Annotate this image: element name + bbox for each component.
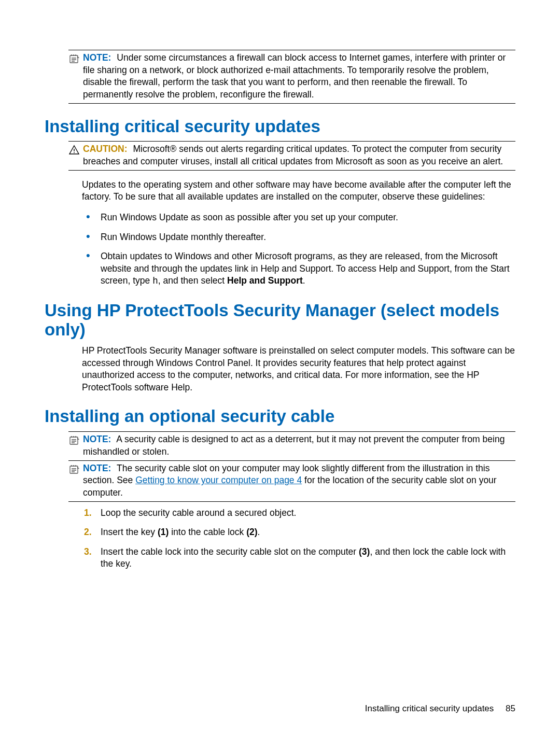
note-callout-firewall: NOTE: Under some circumstances a firewal…	[68, 50, 515, 104]
callout-number: (1)	[158, 527, 169, 537]
note-icon	[68, 433, 83, 458]
list-item: Obtain updates to Windows and other Micr…	[82, 250, 515, 288]
note-text: A security cable is designed to act as a…	[83, 434, 505, 457]
updates-content: Updates to the operating system and othe…	[82, 179, 515, 288]
footer-title: Installing critical security updates	[365, 704, 494, 713]
bold-text: Help and Support	[227, 275, 303, 286]
note-label: NOTE:	[83, 463, 111, 473]
caution-label: CAUTION:	[83, 144, 128, 154]
note-body: NOTE: A security cable is designed to ac…	[83, 433, 515, 458]
step-text: .	[258, 527, 260, 537]
bullet-text: Run Windows Update as soon as possible a…	[101, 212, 398, 222]
step-text: into the cable lock	[169, 527, 246, 537]
page-footer: Installing critical security updates 85	[365, 703, 515, 715]
note-callout-slot: NOTE: The security cable slot on your co…	[68, 460, 515, 502]
link-getting-to-know[interactable]: Getting to know your computer on page 4	[135, 475, 302, 485]
note-label: NOTE:	[83, 434, 111, 444]
svg-rect-4	[70, 466, 78, 473]
note-icon	[68, 462, 83, 499]
bullet-text: Run Windows Update monthly thereafter.	[101, 232, 266, 242]
list-item: Insert the cable lock into the security …	[82, 546, 515, 570]
list-item: Loop the security cable around a secured…	[82, 507, 515, 519]
step-text: Loop the security cable around a secured…	[101, 508, 296, 518]
caution-callout: CAUTION: Microsoft® sends out alerts reg…	[68, 141, 515, 170]
step-text: Insert the cable lock into the security …	[101, 546, 359, 557]
step-text: Insert the key	[101, 527, 158, 537]
note-label: NOTE:	[83, 52, 111, 63]
page-number: 85	[506, 704, 515, 713]
updates-bullet-list: Run Windows Update as soon as possible a…	[82, 212, 515, 288]
caution-body: CAUTION: Microsoft® sends out alerts reg…	[83, 143, 515, 167]
svg-rect-3	[70, 437, 78, 444]
callout-number: (3)	[359, 546, 370, 557]
mono-char: h	[152, 276, 158, 286]
note-callout-deterrent: NOTE: A security cable is designed to ac…	[68, 431, 515, 460]
updates-paragraph: Updates to the operating system and othe…	[82, 179, 515, 203]
caution-icon	[68, 143, 83, 167]
caution-text: Microsoft® sends out alerts regarding cr…	[83, 144, 503, 166]
steps-list: Loop the security cable around a secured…	[82, 507, 515, 571]
note-body: NOTE: The security cable slot on your co…	[83, 462, 515, 499]
heading-security-cable: Installing an optional security cable	[45, 407, 515, 426]
callout-number: (2)	[246, 527, 257, 537]
svg-rect-0	[70, 55, 78, 63]
protecttools-content: HP ProtectTools Security Manager softwar…	[82, 345, 515, 394]
note-text: Under some circumstances a firewall can …	[83, 52, 506, 100]
note-icon	[68, 52, 83, 101]
heading-critical-updates: Installing critical security updates	[45, 117, 515, 136]
bullet-text: , and then select	[158, 275, 227, 286]
list-item: Run Windows Update as soon as possible a…	[82, 212, 515, 224]
svg-point-2	[74, 152, 75, 153]
list-item: Insert the key (1) into the cable lock (…	[82, 526, 515, 539]
cable-steps: Loop the security cable around a secured…	[82, 507, 515, 571]
protecttools-paragraph: HP ProtectTools Security Manager softwar…	[82, 345, 515, 394]
heading-protecttools: Using HP ProtectTools Security Manager (…	[45, 301, 515, 340]
bullet-text: .	[303, 275, 305, 286]
list-item: Run Windows Update monthly thereafter.	[82, 231, 515, 244]
note-body: NOTE: Under some circumstances a firewal…	[83, 52, 515, 101]
document-page: NOTE: Under some circumstances a firewal…	[0, 0, 560, 570]
